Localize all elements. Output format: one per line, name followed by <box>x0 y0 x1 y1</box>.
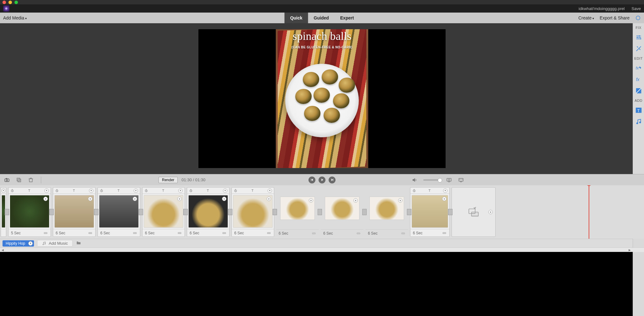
clip-partial[interactable]: ▾ <box>1 187 6 237</box>
transition-handle[interactable] <box>448 209 452 215</box>
chevron-down-icon[interactable]: ▾ <box>353 198 358 203</box>
clip-thumbnail[interactable]: ▾ <box>322 188 362 228</box>
svg-text:fx: fx <box>636 66 639 70</box>
export-share-button[interactable]: Export & Share <box>600 15 630 20</box>
fx-edit-icon[interactable]: fx <box>635 65 642 72</box>
timeline-clip[interactable]: ▾ 6 Sec <box>276 187 319 237</box>
timeline-clip[interactable]: ▾ ▾ 5 Sec <box>8 187 51 237</box>
music-icon[interactable] <box>635 118 642 125</box>
browse-folder-icon[interactable] <box>76 240 81 247</box>
timeline-clip[interactable]: ▾ ▾ 6 Sec <box>97 187 140 237</box>
preview-subtitle: (CAN BE GLUTEN-FREE & NO-CARB) <box>276 46 368 49</box>
svg-rect-16 <box>17 178 20 181</box>
timeline[interactable]: ▾ ▾ ▾ 5 Sec ▾ ▾ 6 Sec ▾ ▾ 6 Sec ▾ ▾ 6 <box>0 185 644 239</box>
save-button[interactable]: Save <box>631 6 641 11</box>
chevron-down-icon[interactable]: ▾ <box>28 241 33 246</box>
clip-thumbnail[interactable]: ▾ <box>144 195 183 228</box>
clip-thumbnail[interactable]: ▾ <box>10 195 49 228</box>
minimize-window-button[interactable] <box>8 1 12 4</box>
chevron-down-icon[interactable]: ▾ <box>2 188 5 193</box>
chevron-down-icon[interactable]: ▾ <box>177 197 182 201</box>
clip-thumbnail[interactable]: ▾ <box>412 195 448 228</box>
chevron-down-icon[interactable]: ▾ <box>222 197 226 201</box>
chevron-down-icon[interactable]: ▾ <box>309 198 313 203</box>
playhead-marker[interactable] <box>589 185 589 239</box>
clip-thumbnail[interactable]: ▾ <box>99 195 139 228</box>
clip-audio-icon <box>442 231 447 235</box>
add-media-menu[interactable]: Add Media <box>3 15 27 20</box>
clip-thumbnail[interactable]: ▾ <box>277 188 318 228</box>
chevron-down-icon[interactable]: ▾ <box>223 188 227 193</box>
timeline-scrollbar[interactable]: ◀ ▶ <box>0 248 644 252</box>
transition-handle[interactable] <box>273 209 277 215</box>
chevron-down-icon[interactable]: ▾ <box>43 197 48 201</box>
transition-handle[interactable] <box>139 209 143 215</box>
tools-icon[interactable] <box>635 45 642 52</box>
svg-rect-13 <box>5 179 9 182</box>
transition-handle[interactable] <box>318 209 322 215</box>
timeline-clip[interactable]: ▾ ▾ 6 Sec <box>231 187 274 237</box>
transition-handle[interactable] <box>183 209 188 215</box>
timeline-clip[interactable]: ▾ ▾ 6 Sec <box>142 187 185 237</box>
create-menu[interactable]: Create <box>578 15 594 20</box>
transition-handle[interactable] <box>362 209 367 215</box>
clip-thumbnail[interactable]: ▾ <box>54 195 94 228</box>
transition-handle[interactable] <box>94 209 98 215</box>
close-window-button[interactable] <box>3 1 6 4</box>
titles-icon[interactable]: T <box>635 107 642 114</box>
scroll-left-arrow[interactable]: ◀ <box>0 248 5 252</box>
transition-handle[interactable] <box>5 209 9 215</box>
transition-handle[interactable] <box>407 209 411 215</box>
clip-thumbnail[interactable]: ▾ <box>188 195 228 228</box>
chevron-down-icon[interactable]: ▾ <box>442 197 447 201</box>
scroll-right-arrow[interactable]: ▶ <box>627 248 632 252</box>
chevron-down-icon[interactable]: ▾ <box>488 210 493 214</box>
main-toolbar: Add Media Quick Guided Expert Create Exp… <box>0 13 644 23</box>
quality-settings-icon[interactable] <box>446 177 452 183</box>
music-track-chip[interactable]: Hippity Hop ▾ <box>3 240 34 247</box>
render-button[interactable]: Render <box>158 177 178 183</box>
next-frame-button[interactable] <box>329 177 336 183</box>
fx-icon[interactable]: fx <box>635 76 642 83</box>
snapshot-icon[interactable] <box>4 177 10 183</box>
transition-handle[interactable] <box>49 209 54 215</box>
volume-slider[interactable] <box>423 179 440 181</box>
trash-icon[interactable] <box>28 177 34 183</box>
chevron-down-icon[interactable]: ▾ <box>268 188 272 193</box>
duplicate-icon[interactable] <box>16 177 22 183</box>
chevron-down-icon[interactable]: ▾ <box>134 188 138 193</box>
timeline-clip[interactable]: ▾ 6 Sec <box>365 187 408 237</box>
prev-frame-button[interactable] <box>308 177 315 183</box>
chevron-down-icon[interactable]: ▾ <box>267 197 271 201</box>
app-logo <box>3 5 9 12</box>
preferences-icon[interactable] <box>635 15 641 21</box>
adjust-icon[interactable] <box>635 34 642 41</box>
tab-quick[interactable]: Quick <box>285 13 308 23</box>
add-clip-dropzone[interactable]: ▾ <box>452 187 496 237</box>
timer-icon <box>234 189 237 193</box>
chevron-down-icon[interactable]: ▾ <box>89 188 93 193</box>
tab-guided[interactable]: Guided <box>308 13 335 23</box>
timeline-clip[interactable]: ▾ ▾ 6 Sec <box>53 187 96 237</box>
clip-duration: 6 Sec <box>234 231 244 235</box>
tab-expert[interactable]: Expert <box>335 13 360 23</box>
play-button[interactable] <box>319 177 325 183</box>
timeline-clip[interactable]: ▾ ▾ 6 Sec <box>410 187 450 237</box>
chevron-down-icon[interactable]: ▾ <box>178 188 183 193</box>
chevron-down-icon[interactable]: ▾ <box>133 197 137 201</box>
chevron-down-icon[interactable]: ▾ <box>88 197 92 201</box>
timeline-clip[interactable]: ▾ ▾ 6 Sec <box>187 187 230 237</box>
transition-handle[interactable] <box>228 209 232 215</box>
zoom-window-button[interactable] <box>14 1 18 4</box>
chevron-down-icon[interactable]: ▾ <box>44 188 49 193</box>
svg-rect-17 <box>18 179 21 182</box>
fullscreen-icon[interactable] <box>458 177 464 183</box>
chevron-down-icon[interactable]: ▾ <box>443 188 447 193</box>
timeline-clip[interactable]: ▾ 6 Sec <box>321 187 364 237</box>
chevron-down-icon[interactable]: ▾ <box>398 198 402 203</box>
clip-thumbnail[interactable]: ▾ <box>367 188 407 228</box>
transitions-icon[interactable] <box>635 87 642 94</box>
clip-thumbnail[interactable]: ▾ <box>233 195 273 228</box>
volume-icon[interactable] <box>411 177 418 183</box>
add-music-button[interactable]: Add Music <box>37 240 73 247</box>
